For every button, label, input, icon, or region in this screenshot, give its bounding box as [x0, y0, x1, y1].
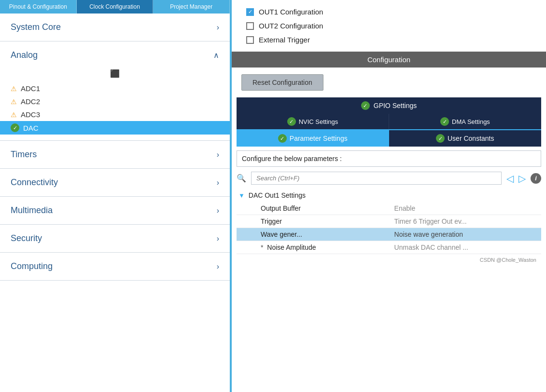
analog-children: ⬛ ⚠ ADC1 ⚠ ADC2 ⚠ ADC3 ✓ DAC	[0, 65, 230, 140]
search-row: 🔍 ◁ ▷ i	[237, 170, 541, 189]
reset-btn-row: Reset Configuration	[232, 68, 546, 97]
checkbox-out1[interactable]: ✓ OUT1 Configuration	[246, 8, 532, 16]
group-row-dac: ▼ DAC Out1 Settings	[237, 189, 541, 202]
user-check-icon: ✓	[436, 134, 445, 143]
sidebar-item-computing[interactable]: Computing ›	[0, 253, 230, 281]
tab-clock[interactable]: Clock Configuration	[77, 0, 154, 14]
params-table: ▼ DAC Out1 Settings Output Buffer Enable…	[237, 189, 541, 254]
dma-settings-tab[interactable]: ✓ DMA Settings	[389, 114, 541, 129]
sidebar-item-analog: Analog ∧ ⬛ ⚠ ADC1 ⚠ ADC2 ⚠ ADC3 ✓ DAC	[0, 41, 230, 141]
analog-header[interactable]: Analog ∧	[0, 41, 230, 65]
search-input[interactable]	[251, 172, 502, 185]
dma-check-icon: ✓	[440, 117, 449, 126]
chevron-icon: ›	[217, 206, 219, 215]
checkbox-out1-box[interactable]: ✓	[246, 8, 254, 16]
asterisk-icon: *	[261, 243, 263, 251]
settings-row3: ✓ Parameter Settings ✓ User Constants	[237, 129, 541, 147]
divider: ⬛	[0, 67, 230, 82]
warning-icon: ⚠	[11, 85, 17, 93]
sidebar-item-security[interactable]: Security ›	[0, 225, 230, 253]
collapse-arrow-icon: ▼	[238, 192, 245, 199]
checkbox-out2-box[interactable]	[246, 22, 254, 30]
parameter-settings-tab[interactable]: ✓ Parameter Settings	[237, 130, 389, 147]
next-icon[interactable]: ▷	[518, 173, 526, 184]
prev-icon[interactable]: ◁	[506, 173, 514, 184]
param-check-icon: ✓	[278, 134, 287, 143]
sidebar-item-timers[interactable]: Timers ›	[0, 141, 230, 169]
search-icon: 🔍	[237, 174, 246, 183]
tab-project[interactable]: Project Manager	[153, 0, 230, 14]
watermark: CSDN @Chole_Waston	[237, 254, 541, 266]
user-constants-tab[interactable]: ✓ User Constants	[389, 130, 542, 147]
config-header: Configuration	[232, 52, 546, 68]
chevron-up-icon: ∧	[213, 51, 219, 60]
checkbox-out2[interactable]: OUT2 Configuration	[246, 22, 532, 30]
collapse-icon: ⬛	[110, 69, 120, 78]
table-row[interactable]: Trigger Timer 6 Trigger Out ev...	[237, 215, 541, 228]
chevron-icon: ›	[217, 23, 219, 32]
params-label: Configure the below parameters :	[237, 150, 541, 167]
nvic-check-icon: ✓	[287, 117, 296, 126]
checkbox-external-trigger[interactable]: External Trigger	[246, 36, 532, 44]
table-row[interactable]: * Noise Amplitude Unmask DAC channel ...	[237, 241, 541, 254]
analog-child-adc1[interactable]: ⚠ ADC1	[0, 82, 230, 95]
sidebar: Pinout & Configuration Clock Configurati…	[0, 0, 232, 392]
table-row-selected[interactable]: Wave gener... Noise wave generation	[237, 228, 541, 241]
reset-configuration-button[interactable]: Reset Configuration	[241, 74, 323, 91]
chevron-icon: ›	[217, 262, 219, 271]
checkbox-ext-trigger-box[interactable]	[246, 36, 254, 44]
chevron-icon: ›	[217, 150, 219, 159]
tab-pinout[interactable]: Pinout & Configuration	[0, 0, 77, 14]
sidebar-item-connectivity[interactable]: Connectivity ›	[0, 169, 230, 197]
info-icon[interactable]: i	[531, 173, 541, 184]
table-row[interactable]: Output Buffer Enable	[237, 202, 541, 215]
chevron-icon: ›	[217, 178, 219, 187]
config-section: Configuration Reset Configuration ✓ GPIO…	[232, 52, 546, 392]
analog-child-dac[interactable]: ✓ DAC	[0, 121, 230, 135]
settings-row2: ✓ NVIC Settings ✓ DMA Settings	[237, 114, 541, 129]
analog-child-adc2[interactable]: ⚠ ADC2	[0, 95, 230, 108]
sidebar-item-multimedia[interactable]: Multimedia ›	[0, 197, 230, 225]
chevron-icon: ›	[217, 234, 219, 243]
checkboxes-area: ✓ OUT1 Configuration OUT2 Configuration …	[232, 0, 546, 52]
settings-tabs: ✓ GPIO Settings ✓ NVIC Settings ✓ DMA Se…	[232, 97, 546, 147]
warning-icon: ⚠	[11, 111, 17, 119]
gpio-check-icon: ✓	[361, 101, 370, 110]
sidebar-item-system-core[interactable]: System Core ›	[0, 14, 230, 41]
analog-child-adc3[interactable]: ⚠ ADC3	[0, 108, 230, 121]
check-icon: ✓	[11, 123, 19, 132]
sidebar-tabs: Pinout & Configuration Clock Configurati…	[0, 0, 230, 14]
gpio-settings-tab[interactable]: ✓ GPIO Settings	[237, 97, 541, 114]
warning-icon: ⚠	[11, 98, 17, 106]
main-content: ✓ OUT1 Configuration OUT2 Configuration …	[232, 0, 546, 392]
params-area: Configure the below parameters : 🔍 ◁ ▷ i…	[232, 147, 546, 266]
nvic-settings-tab[interactable]: ✓ NVIC Settings	[237, 114, 389, 129]
